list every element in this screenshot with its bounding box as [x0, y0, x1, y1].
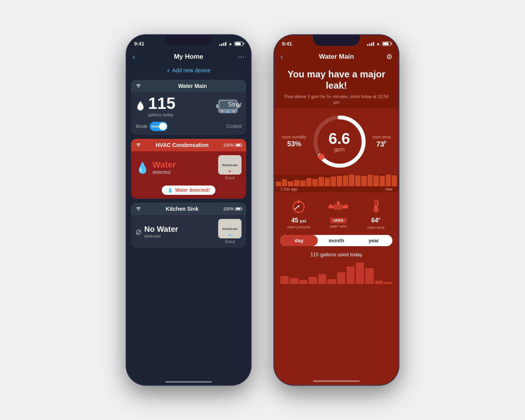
mode-control-row: Mode HOME Control: [131, 120, 246, 135]
kitchen-body: ⌀ No Water detected StreamLabs Scout: [131, 215, 246, 248]
water-main-header: Water Main: [131, 80, 246, 92]
no-water-status: No Water: [144, 225, 178, 234]
scout-label: Scout: [225, 176, 235, 180]
alert-body: 💧 Water detected StreamLabs Scout: [131, 151, 246, 184]
water-temp-label: water temp: [367, 226, 385, 229]
svg-rect-12: [329, 205, 334, 208]
water-main-title: Water Main: [144, 83, 242, 89]
no-water-icon: ⌀: [136, 226, 141, 237]
wifi-icon: [136, 142, 141, 148]
toggle-knob: [159, 122, 167, 130]
tabs-section: day month year: [274, 232, 399, 249]
kitchen-badge: 100%: [223, 206, 242, 211]
detected-label: detected: [152, 170, 176, 175]
water-drop-icon: [136, 100, 145, 112]
phone-2-screen: 9:41 ▲ ‹ Water Main ⚙: [274, 35, 399, 385]
more-button[interactable]: ⋯: [233, 52, 245, 61]
add-device-row[interactable]: + Add new device: [126, 64, 251, 77]
pressure-label: water pressure: [287, 225, 310, 229]
mode-toggle[interactable]: HOME: [150, 122, 168, 131]
svg-rect-14: [337, 201, 340, 205]
usage-section: 115 gallons used today: [274, 249, 399, 376]
timeline-end: now: [385, 187, 392, 191]
gallons-section: 115 gallons today: [136, 95, 175, 117]
svg-rect-15: [343, 205, 348, 208]
water-temp-icon: [366, 196, 386, 215]
tab-year[interactable]: year: [355, 235, 392, 246]
scout-box: StreamLabs: [218, 155, 242, 175]
back-button[interactable]: ‹: [133, 52, 144, 61]
badge-value: 100%: [223, 206, 234, 211]
water-temp-value: 64F: [371, 217, 381, 224]
flow-unit: gpm: [329, 146, 350, 152]
timeline-section: [274, 175, 399, 186]
header: ‹ My Home ⋯: [126, 49, 251, 64]
usage-title: 115 gallons used today: [280, 252, 392, 257]
timeline-start: 1 min ago: [280, 187, 298, 191]
svg-rect-13: [334, 204, 343, 210]
alert-subtext: Flow above 2 gpm for 5+ minutes, since t…: [282, 94, 391, 106]
kitchen-title: Kitchen Sink: [144, 206, 221, 212]
water-status: Water: [152, 160, 176, 170]
valve-icon: [329, 197, 348, 217]
status-icons: ▲: [219, 41, 243, 46]
detail-header: ‹ Water Main ⚙: [274, 49, 399, 64]
usage-chart: [280, 261, 392, 284]
kitchen-sink-card[interactable]: Kitchen Sink 100% ⌀ No Water detected: [131, 203, 246, 248]
add-device-label: Add new device: [172, 67, 211, 74]
svg-rect-7: [238, 104, 240, 108]
phone-notch-2: [313, 35, 360, 46]
signal-icon-2: [367, 41, 374, 46]
valve-stat: OPEN water valve: [329, 197, 348, 228]
gauge-value: 6.6 gpm: [329, 131, 350, 152]
badge-value: 100%: [223, 143, 234, 147]
room-temp-value: 73F: [372, 140, 391, 149]
status-time: 9:41: [134, 41, 144, 47]
period-tabs: day month year: [280, 235, 392, 246]
home-indicator-2: [313, 380, 360, 382]
gauge-section: room humidity 53% 6.6 gpm: [274, 108, 399, 175]
water-main-card[interactable]: Water Main 115 gallons today: [131, 80, 246, 135]
wifi-icon: [136, 83, 141, 89]
scout-device: StreamLabs Scout: [218, 155, 242, 180]
hvac-card[interactable]: HVAC Condensation 100% 💧 Water detected: [131, 139, 246, 199]
battery-small-icon: [235, 144, 242, 147]
water-detected-section: 💧 Water detected: [136, 160, 176, 175]
add-icon: +: [166, 67, 170, 74]
valve-status: OPEN: [330, 218, 346, 223]
battery-icon: [234, 42, 243, 46]
metrics-row: 45 psi water pressure: [274, 192, 399, 231]
control-label[interactable]: Control: [226, 124, 242, 129]
settings-button[interactable]: ⚙: [381, 52, 392, 61]
wifi-icon: ▲: [228, 41, 233, 46]
pressure-icon: [289, 196, 308, 216]
svg-point-19: [374, 208, 377, 211]
flow-rate: 6.6: [329, 131, 350, 146]
gallons-label: gallons today: [148, 112, 175, 117]
no-water-sub: detected: [144, 234, 178, 238]
mode-section: Mode HOME: [136, 122, 168, 131]
status-icons-2: ▲: [367, 41, 391, 46]
scout-status-dot: [229, 170, 231, 172]
detail-back-button[interactable]: ‹: [280, 52, 292, 61]
pressure-unit: psi: [300, 219, 306, 223]
temp-stat: room temp 73F: [372, 135, 391, 149]
pressure-stat: 45 psi water pressure: [287, 196, 310, 229]
svg-point-4: [227, 111, 229, 113]
battery-icon-2: [382, 42, 391, 46]
tab-day[interactable]: day: [280, 235, 318, 246]
svg-point-5: [233, 110, 235, 112]
gallons-number: 115: [148, 95, 175, 112]
svg-point-3: [221, 110, 223, 112]
hvac-badge: 100%: [223, 143, 242, 147]
timeline-labels: 1 min ago now: [274, 186, 399, 192]
meter-device: StreamLabs: [214, 96, 242, 117]
alert-hero: You may have a major leak! Flow above 2 …: [274, 64, 399, 108]
tab-month[interactable]: month: [318, 235, 355, 246]
water-detected-button[interactable]: 💧 Water detected!: [162, 186, 215, 195]
valve-label: water valve: [329, 224, 347, 228]
humidity-value: 53%: [282, 140, 306, 148]
flow-gauge: 6.6 gpm: [310, 112, 369, 171]
scout-box-2: StreamLabs: [218, 219, 242, 238]
hvac-header: HVAC Condensation 100%: [131, 139, 246, 151]
